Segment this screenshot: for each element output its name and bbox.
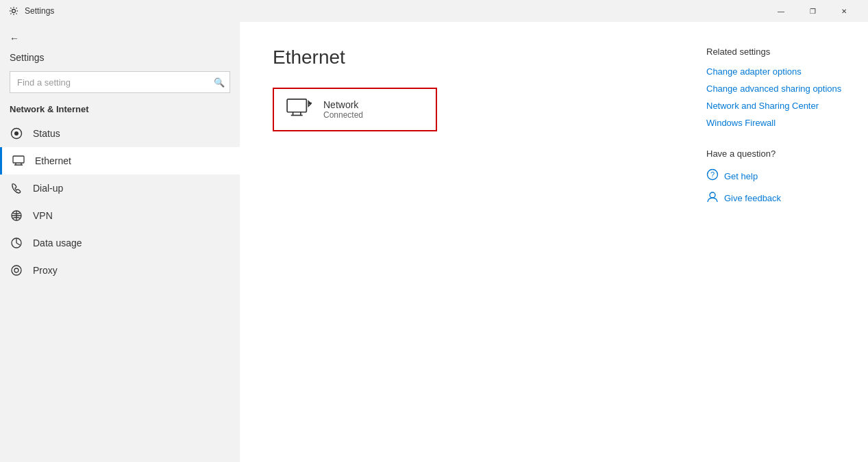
- network-status: Connected: [323, 110, 363, 120]
- sidebar-item-proxy[interactable]: Proxy: [0, 257, 240, 284]
- get-help-label: Get help: [724, 171, 758, 181]
- ethernet-nav-icon: [12, 154, 25, 168]
- link-change-sharing[interactable]: Change advanced sharing options: [706, 84, 852, 94]
- link-windows-firewall[interactable]: Windows Firewall: [706, 118, 852, 128]
- get-help-icon: ?: [706, 168, 719, 183]
- back-arrow-icon: ←: [10, 33, 19, 44]
- sidebar-item-ethernet[interactable]: Ethernet: [0, 147, 240, 175]
- search-icon: 🔍: [214, 77, 225, 88]
- svg-point-0: [12, 10, 16, 13]
- network-card[interactable]: Network Connected: [273, 88, 437, 131]
- sidebar-section-label: Network & Internet: [0, 104, 240, 120]
- sidebar: ← Settings 🔍 Network & Internet Status: [0, 22, 240, 462]
- maximize-button[interactable]: ❐: [797, 0, 828, 22]
- sidebar-item-vpn-label: VPN: [33, 210, 53, 221]
- svg-text:?: ?: [710, 170, 715, 179]
- close-button[interactable]: ✕: [828, 0, 860, 22]
- settings-icon: [8, 5, 19, 16]
- app-title: Settings: [25, 6, 765, 16]
- network-card-text: Network Connected: [323, 99, 363, 120]
- network-name: Network: [323, 99, 363, 110]
- proxy-icon: [10, 264, 23, 277]
- svg-point-2: [14, 131, 18, 136]
- have-question-title: Have a question?: [706, 149, 852, 159]
- sidebar-item-status-label: Status: [33, 128, 60, 139]
- link-network-sharing-center[interactable]: Network and Sharing Center: [706, 101, 852, 111]
- sidebar-item-ethernet-label: Ethernet: [35, 155, 71, 166]
- sidebar-item-data-usage-label: Data usage: [33, 238, 82, 248]
- svg-point-7: [14, 268, 18, 272]
- back-button[interactable]: ←: [0, 27, 240, 49]
- window-body: ← Settings 🔍 Network & Internet Status: [0, 22, 868, 462]
- sidebar-item-dialup[interactable]: Dial-up: [0, 175, 240, 202]
- status-icon: [10, 127, 23, 140]
- sidebar-app-title: Settings: [0, 49, 240, 71]
- right-panel: Related settings Change adapter options …: [690, 22, 868, 462]
- svg-rect-3: [13, 156, 24, 163]
- link-get-help[interactable]: ? Get help: [706, 168, 852, 183]
- data-usage-icon: [10, 236, 23, 250]
- sidebar-item-dialup-label: Dial-up: [33, 183, 63, 194]
- related-settings-title: Related settings: [706, 47, 852, 57]
- vpn-icon: [10, 209, 23, 222]
- network-card-icon: [286, 99, 312, 120]
- svg-rect-8: [287, 99, 306, 112]
- give-feedback-icon: [706, 190, 719, 205]
- window-controls: — ❐ ✕: [765, 0, 860, 22]
- dialup-icon: [10, 181, 23, 195]
- sidebar-item-proxy-label: Proxy: [33, 265, 58, 276]
- minimize-button[interactable]: —: [765, 0, 797, 22]
- main-content: Ethernet Network Connected: [240, 22, 690, 462]
- link-change-adapter[interactable]: Change adapter options: [706, 66, 852, 77]
- sidebar-item-vpn[interactable]: VPN: [0, 202, 240, 229]
- sidebar-item-status[interactable]: Status: [0, 120, 240, 147]
- titlebar: Settings — ❐ ✕: [0, 0, 868, 22]
- sidebar-item-data-usage[interactable]: Data usage: [0, 229, 240, 257]
- link-give-feedback[interactable]: Give feedback: [706, 190, 852, 205]
- page-title: Ethernet: [273, 47, 657, 68]
- search-input[interactable]: [10, 71, 230, 93]
- svg-point-12: [710, 192, 715, 198]
- svg-rect-9: [308, 103, 312, 104]
- search-box: 🔍: [10, 71, 230, 93]
- svg-point-6: [12, 266, 21, 275]
- give-feedback-label: Give feedback: [724, 193, 781, 203]
